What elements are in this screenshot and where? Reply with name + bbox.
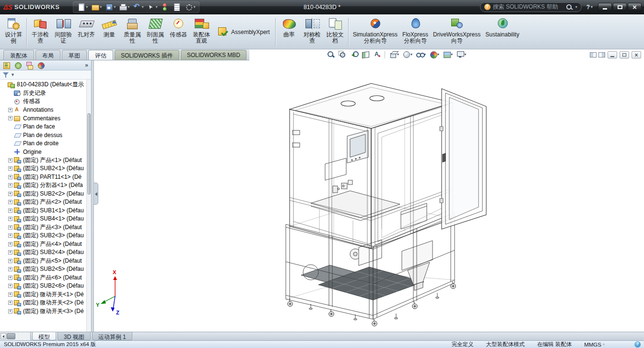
ribbon-button[interactable]: 装配体 直观 bbox=[190, 15, 213, 49]
ribbon-button[interactable] bbox=[275, 18, 276, 46]
tree-item[interactable]: + (固定) 产品<3> (Défaut bbox=[0, 223, 86, 232]
ribbon-button[interactable]: 干涉检 查 bbox=[29, 15, 52, 49]
quick-access-button[interactable]: ▾ bbox=[76, 3, 89, 11]
quick-access-button[interactable]: ▾ bbox=[104, 3, 117, 11]
view-tool-button[interactable] bbox=[348, 50, 359, 59]
tree-item[interactable]: + Commentaires bbox=[0, 114, 86, 123]
filter-caret-icon[interactable]: ▼ bbox=[11, 72, 15, 77]
doc-close-button[interactable] bbox=[632, 51, 641, 58]
tree-item[interactable]: + (固定) 产品<2> (Défaut bbox=[0, 198, 86, 207]
scroll-left-icon[interactable] bbox=[0, 333, 6, 339]
addin-tab[interactable]: SOLIDWORKS 插件 bbox=[115, 50, 179, 60]
view-tool-button[interactable] bbox=[360, 50, 371, 59]
quick-access-button[interactable] bbox=[160, 3, 170, 11]
help-search-box[interactable]: 搜索 SOLIDWORKS 帮助 ▾ bbox=[480, 2, 582, 12]
dropdown-caret-icon[interactable]: ▾ bbox=[128, 5, 129, 9]
filter-icon[interactable] bbox=[2, 71, 9, 78]
maximize-button[interactable] bbox=[613, 3, 627, 12]
tree-item[interactable]: + (固定) 微动开关<2> (Dé bbox=[0, 299, 86, 307]
command-tab[interactable]: 草图 bbox=[62, 50, 87, 60]
tree-expander[interactable]: + bbox=[8, 200, 12, 204]
ribbon-button[interactable]: Sustainability bbox=[483, 15, 522, 49]
dropdown-caret-icon[interactable]: ▾ bbox=[193, 5, 195, 9]
view-tool-button[interactable] bbox=[325, 50, 336, 59]
search-icon[interactable] bbox=[565, 3, 573, 11]
ribbon-button[interactable]: 曲率 bbox=[278, 15, 301, 49]
close-button[interactable] bbox=[628, 3, 642, 12]
tree-expander[interactable]: + bbox=[8, 233, 12, 238]
dropdown-caret-icon[interactable]: ▾ bbox=[397, 53, 399, 57]
panel-tab[interactable] bbox=[37, 61, 45, 70]
ribbon-button[interactable]: 剖面属 性 bbox=[144, 15, 167, 49]
command-tab[interactable]: 评估 bbox=[88, 50, 113, 60]
ribbon-button[interactable] bbox=[26, 18, 27, 46]
tree-expander[interactable]: + bbox=[8, 242, 12, 246]
tree-item[interactable]: Plan de face bbox=[0, 123, 86, 131]
tree-expander[interactable]: + bbox=[8, 267, 12, 271]
dropdown-caret-icon[interactable]: ▾ bbox=[86, 5, 88, 9]
graphics-area-model[interactable]: X Y Z bbox=[94, 60, 644, 332]
tree-item[interactable]: + (固定) 产品<5> (Défaut bbox=[0, 257, 86, 266]
view-tool-button[interactable]: ▾ bbox=[428, 50, 441, 59]
panel-tab-overflow-button[interactable]: » bbox=[85, 62, 88, 69]
tree-horizontal-scrollbar[interactable] bbox=[0, 332, 31, 340]
ribbon-button[interactable]: SimulationXpress 分析向导 bbox=[351, 15, 400, 49]
tree-item[interactable]: Plan de dessus bbox=[0, 131, 86, 139]
command-tab[interactable]: 装配体 bbox=[3, 50, 34, 60]
ribbon-button[interactable]: 比较文 档 bbox=[324, 15, 347, 49]
pane-left-icon[interactable] bbox=[590, 52, 597, 58]
ribbon-button[interactable] bbox=[348, 18, 349, 46]
view-mode-tab[interactable]: 3D 视图 bbox=[58, 332, 91, 340]
ribbon-button[interactable]: 质量属 性 bbox=[121, 15, 144, 49]
tree-item[interactable]: + (固定) 产品<6> (Défaut bbox=[0, 274, 86, 282]
tree-item[interactable]: + (固定) 分割器<1> (Défa bbox=[0, 181, 86, 190]
tree-item[interactable]: + (固定) SUB2<5> (Défau bbox=[0, 265, 86, 274]
tree-item[interactable]: + (固定) 微动开关<3> (Dé bbox=[0, 307, 86, 316]
tree-item[interactable]: Origine bbox=[0, 148, 86, 156]
tree-item[interactable]: + Annotations bbox=[0, 106, 86, 115]
tree-expander[interactable]: + bbox=[8, 158, 12, 162]
doc-restore-button[interactable] bbox=[620, 51, 629, 58]
tree-expander[interactable]: + bbox=[8, 309, 12, 313]
tree-item[interactable]: 传感器 bbox=[0, 97, 86, 106]
quick-access-button[interactable]: ▾ bbox=[184, 3, 196, 11]
tree-scrollbar[interactable] bbox=[86, 80, 91, 332]
panel-collapse-handle[interactable] bbox=[94, 183, 98, 205]
quick-access-button[interactable]: ▾ bbox=[146, 3, 158, 11]
tree-expander[interactable]: + bbox=[8, 175, 12, 179]
tree-item[interactable]: + (固定) PART11<1> (Dé bbox=[0, 173, 86, 182]
machine-interior-components[interactable] bbox=[293, 130, 427, 243]
ribbon-button[interactable]: AssemblyXpert bbox=[213, 15, 274, 49]
tree-expander[interactable]: + bbox=[8, 108, 12, 112]
tree-item[interactable]: + (固定) SUB2<3> (Défau bbox=[0, 232, 86, 240]
dropdown-caret-icon[interactable]: ▾ bbox=[410, 53, 412, 57]
view-tool-button[interactable]: ▾ bbox=[401, 50, 414, 59]
tree-expander[interactable]: + bbox=[8, 259, 12, 263]
view-tool-button[interactable]: ▾ bbox=[455, 50, 468, 59]
quick-access-button[interactable]: ▾ bbox=[118, 3, 130, 11]
view-tool-button[interactable]: ▾ bbox=[414, 50, 427, 59]
search-caret-icon[interactable]: ▾ bbox=[575, 5, 577, 9]
units-selector[interactable]: MMGS ▾ bbox=[584, 342, 605, 348]
view-mode-tab[interactable]: 模型 bbox=[32, 332, 56, 340]
tree-expander[interactable]: + bbox=[8, 276, 12, 280]
tree-item[interactable]: 810-04283D (Défaut<显示 bbox=[0, 81, 86, 89]
view-mode-tab[interactable]: 运动算例 1 bbox=[92, 332, 132, 340]
dropdown-caret-icon[interactable]: ▾ bbox=[437, 53, 439, 57]
tree-item[interactable]: + (固定) SUB2<1> (Défau bbox=[0, 164, 86, 173]
quick-access-button[interactable] bbox=[172, 3, 182, 11]
ribbon-button[interactable]: 孔对齐 bbox=[75, 15, 98, 49]
addin-tab[interactable]: SOLIDWORKS MBD bbox=[181, 50, 246, 60]
dropdown-caret-icon[interactable]: ▾ bbox=[114, 5, 116, 9]
tree-expander[interactable]: + bbox=[8, 250, 12, 255]
machine-upper-cabinet[interactable] bbox=[290, 83, 453, 248]
tree-item[interactable]: + (固定) SUB4<1> (Défau bbox=[0, 215, 86, 223]
ribbon-button[interactable]: FloXpress 分析向导 bbox=[400, 15, 431, 49]
tree-expander[interactable]: + bbox=[8, 166, 12, 171]
quick-tips-icon[interactable] bbox=[634, 341, 641, 348]
machine-open-door[interactable] bbox=[440, 89, 486, 229]
graphics-area[interactable]: X Y Z bbox=[94, 60, 644, 332]
panel-tab[interactable] bbox=[25, 61, 34, 70]
tree-expander[interactable]: + bbox=[8, 209, 12, 213]
tree-item[interactable]: Plan de droite bbox=[0, 139, 86, 148]
